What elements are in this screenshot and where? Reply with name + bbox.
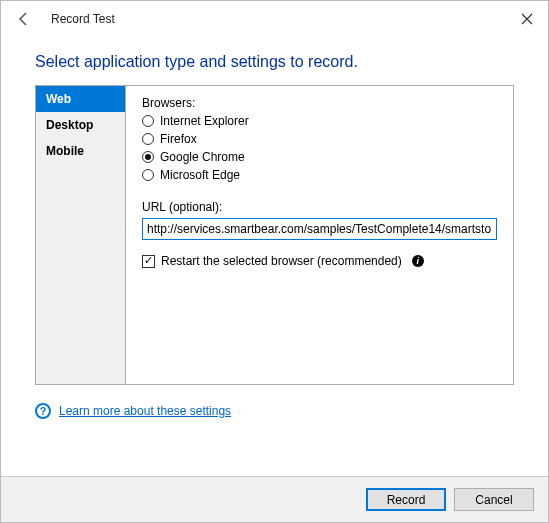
help-row: ? Learn more about these settings [35,403,514,419]
checkbox-icon [142,255,155,268]
tab-web[interactable]: Web [36,86,125,112]
radio-label: Internet Explorer [160,114,249,128]
restart-browser-checkbox[interactable]: Restart the selected browser (recommende… [142,254,497,268]
info-icon[interactable]: i [412,255,424,267]
cancel-button[interactable]: Cancel [454,488,534,511]
url-input[interactable] [142,218,497,240]
radio-firefox[interactable]: Firefox [142,132,497,146]
tab-content: Browsers: Internet Explorer Firefox Goog… [126,86,513,384]
help-icon: ? [35,403,51,419]
close-icon[interactable] [520,12,534,26]
radio-microsoft-edge[interactable]: Microsoft Edge [142,168,497,182]
radio-icon [142,169,154,181]
radio-label: Firefox [160,132,197,146]
tab-mobile[interactable]: Mobile [36,138,125,164]
record-button[interactable]: Record [366,488,446,511]
dialog-footer: Record Cancel [1,476,548,522]
radio-icon [142,151,154,163]
radio-icon [142,133,154,145]
radio-google-chrome[interactable]: Google Chrome [142,150,497,164]
settings-panel: Web Desktop Mobile Browsers: Internet Ex… [35,85,514,385]
titlebar: Record Test [1,1,548,37]
help-link[interactable]: Learn more about these settings [59,404,231,418]
radio-icon [142,115,154,127]
radio-internet-explorer[interactable]: Internet Explorer [142,114,497,128]
tab-desktop[interactable]: Desktop [36,112,125,138]
back-arrow-icon[interactable] [15,10,33,28]
app-type-tabs: Web Desktop Mobile [36,86,126,384]
browsers-label: Browsers: [142,96,497,110]
radio-label: Google Chrome [160,150,245,164]
radio-label: Microsoft Edge [160,168,240,182]
url-label: URL (optional): [142,200,497,214]
window-title: Record Test [51,12,115,26]
page-heading: Select application type and settings to … [1,37,548,85]
checkbox-label: Restart the selected browser (recommende… [161,254,402,268]
